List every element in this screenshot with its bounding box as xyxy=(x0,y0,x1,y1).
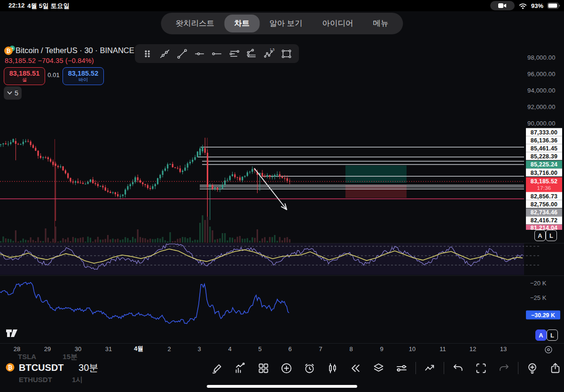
lower-pane-button-l[interactable]: L xyxy=(547,329,558,341)
price-tick: 96,000.00 xyxy=(527,71,562,78)
battery-icon xyxy=(547,2,560,9)
bar-replay-icon[interactable] xyxy=(344,359,367,377)
drawing-toolbar: 15 xyxy=(135,44,299,63)
price-level-label: 87,333.00 xyxy=(526,128,562,136)
cvd-value-badge: −30.29 K xyxy=(526,311,560,320)
price-tick: 94,000.00 xyxy=(527,87,562,94)
price-level-label: 82,734.46 xyxy=(526,208,562,216)
time-tick: 9 xyxy=(380,345,383,353)
nav-tab-5[interactable]: 메뉴 xyxy=(363,15,399,32)
info-line-icon[interactable] xyxy=(156,45,173,62)
horizontal-line-icon[interactable] xyxy=(191,45,208,62)
buy-button[interactable]: 83,185.52 바이 xyxy=(63,67,104,85)
idea-bulb-icon[interactable] xyxy=(521,359,544,377)
picker-next-interval: 1시 xyxy=(72,376,83,384)
current-price-label: 83,185.5217:36 xyxy=(526,177,562,192)
cvd-scale-tick: −25 K xyxy=(530,294,546,301)
price-level-label: 85,225.24 xyxy=(526,160,562,168)
pane-button-l[interactable]: L xyxy=(546,230,557,241)
settings-sliders-icon[interactable] xyxy=(390,359,413,377)
nav-tab-3[interactable]: 알아 보기 xyxy=(259,15,313,32)
nav-tab-4[interactable]: 아이디어 xyxy=(313,15,363,32)
sell-button[interactable]: 83,185.51 셀 xyxy=(4,67,45,85)
time-tick: 7 xyxy=(319,345,322,353)
home-indicator[interactable] xyxy=(207,385,357,388)
price-tick: 98,000.00 xyxy=(527,54,562,61)
picker-prev-row[interactable]: TSLA 15분 xyxy=(18,353,78,361)
time-tick: 28 xyxy=(14,345,20,353)
alert-clock-icon[interactable] xyxy=(298,359,321,377)
top-nav: 왓치리스트차트알아 보기아이디어메뉴 xyxy=(161,13,403,34)
picker-prev-interval: 15분 xyxy=(63,353,78,361)
buy-label: 바이 xyxy=(78,78,88,83)
chevron-down-icon xyxy=(7,91,12,95)
picker-current-row[interactable]: BTCUSDT 30분 xyxy=(19,361,98,374)
status-time: 22:12 xyxy=(8,2,25,9)
price-level-label: 85,228.39 xyxy=(526,152,562,160)
symbol-pair-icon: ₿ xyxy=(4,45,16,55)
price-level-label: 83,716.00 xyxy=(526,169,562,177)
redo-icon[interactable] xyxy=(493,359,516,377)
symbol-title[interactable]: Bitcoin / TetherUS · 30 · BINANCE xyxy=(16,46,134,55)
pane-button-a[interactable]: A xyxy=(534,230,546,241)
svg-text:₿: ₿ xyxy=(8,364,13,371)
time-tick: 13 xyxy=(500,345,507,353)
picker-next-row[interactable]: ETHUSDT 1시 xyxy=(19,376,83,384)
time-axis-settings-icon[interactable] xyxy=(544,345,553,354)
current-symbol: BTCUSDT xyxy=(19,362,64,373)
layouts-icon[interactable] xyxy=(252,359,275,377)
time-tick: 4월 xyxy=(134,345,143,353)
elliott-wave-icon[interactable]: 15 xyxy=(260,45,278,62)
time-tick: 10 xyxy=(409,345,415,353)
time-tick: 3 xyxy=(197,345,201,353)
parallel-channel-icon[interactable] xyxy=(226,45,243,62)
price-tick: 92,000.00 xyxy=(527,103,562,110)
fullscreen-icon[interactable] xyxy=(470,359,493,377)
time-tick: 12 xyxy=(470,345,476,353)
nav-tab-2[interactable]: 차트 xyxy=(224,15,259,32)
tradingview-app: 22:12 4월 5일 토요일 93% 왓치리스트차트알아 보기아이디 xyxy=(0,0,564,392)
time-tick: 6 xyxy=(288,345,291,353)
nav-tab-1[interactable]: 왓치리스트 xyxy=(165,15,224,32)
disjoint-channel-icon[interactable] xyxy=(243,45,260,62)
price-level-label: 82,756.00 xyxy=(526,200,562,208)
candle-count-value: 5 xyxy=(15,89,18,97)
sell-price: 83,185.51 xyxy=(9,70,40,77)
current-interval: 30분 xyxy=(78,361,98,374)
battery-percent: 93% xyxy=(531,2,543,9)
drag-handle-icon[interactable] xyxy=(139,45,156,62)
status-date: 4월 5일 토요일 xyxy=(27,2,70,10)
price-level-label: 85,461.45 xyxy=(526,144,562,152)
screen-recording-pill[interactable] xyxy=(490,1,515,10)
time-tick: 11 xyxy=(439,345,446,353)
tradingview-logo[interactable] xyxy=(6,328,21,339)
svg-text:5: 5 xyxy=(273,48,274,51)
time-tick: 30 xyxy=(75,345,81,353)
bottom-toolbar xyxy=(206,359,564,377)
buy-price: 83,185.52 xyxy=(68,70,99,77)
undo-icon[interactable] xyxy=(446,359,470,377)
patterns-icon[interactable] xyxy=(418,359,441,377)
add-icon[interactable] xyxy=(275,359,298,377)
price-tick: 90,000.00 xyxy=(527,120,562,127)
price-level-label: 81,214.04 xyxy=(526,225,562,230)
ios-status-bar: 22:12 4월 5일 토요일 93% xyxy=(0,0,564,11)
chart-type-icon[interactable] xyxy=(321,359,344,377)
sell-label: 셀 xyxy=(22,78,27,83)
indicators-icon[interactable] xyxy=(229,359,252,377)
layers-icon[interactable] xyxy=(367,359,390,377)
trend-line-icon[interactable] xyxy=(173,45,191,62)
horizontal-ray-icon[interactable] xyxy=(208,45,226,62)
wifi-icon xyxy=(518,2,527,9)
rectangle-icon[interactable] xyxy=(278,45,295,62)
candle-count-button[interactable]: 5 xyxy=(4,86,22,100)
share-icon[interactable] xyxy=(544,359,564,377)
toolbar-divider xyxy=(444,362,444,374)
price-level-label: 86,136.36 xyxy=(526,136,562,144)
svg-text:₿: ₿ xyxy=(6,48,10,54)
lower-pane-button-a[interactable]: A xyxy=(535,329,547,341)
btc-coin-icon: ₿ xyxy=(6,363,15,372)
time-tick: 31 xyxy=(105,345,112,353)
draw-icon[interactable] xyxy=(206,359,229,377)
toolbar-divider xyxy=(518,362,518,374)
